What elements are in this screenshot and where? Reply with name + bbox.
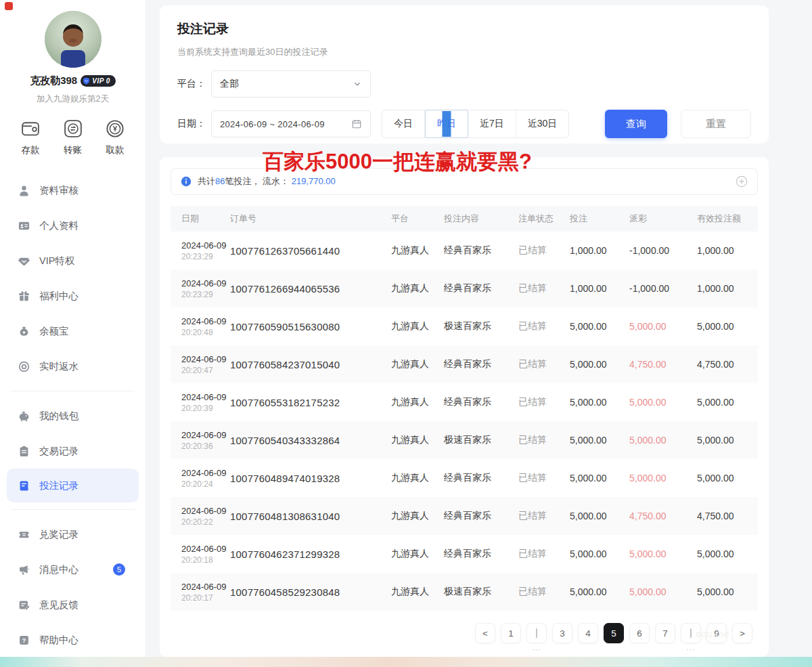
pagination-page-5[interactable]: 5 xyxy=(604,623,624,643)
sidebar-item-rebate[interactable]: 实时返水 xyxy=(0,349,145,384)
table-row[interactable]: 2024-06-0920:23:29 1007761266944065536 九… xyxy=(171,270,758,307)
withdraw-icon xyxy=(105,119,125,139)
info-icon xyxy=(181,176,191,187)
transfer-button[interactable]: 转账 xyxy=(63,119,83,156)
sidebar-item-bets[interactable]: 投注记录 xyxy=(7,469,139,502)
range-30days-button[interactable]: 近30日 xyxy=(516,110,569,137)
summary-bar: 共计86笔投注， 流水： 219,770.00 xyxy=(171,168,758,195)
sidebar-divider xyxy=(11,391,135,391)
sidebar-item-profile[interactable]: 个人资料 xyxy=(0,208,145,243)
pagination-prev-button[interactable]: < xyxy=(475,623,495,643)
sidebar-item-feedback[interactable]: 意见反馈 xyxy=(0,587,145,622)
sidebar-item-redeem[interactable]: 兑奖记录 xyxy=(0,517,145,552)
question-mark-icon: ? xyxy=(18,634,30,647)
bottom-gradient-strip xyxy=(0,657,812,667)
table-row[interactable]: 2024-06-0920:20:48 1007760590515630080 九… xyxy=(171,307,758,345)
feedback-edit-icon xyxy=(18,599,30,611)
id-card-icon xyxy=(18,219,30,232)
bet-doc-icon xyxy=(18,479,30,492)
query-button[interactable]: 查询 xyxy=(605,110,667,138)
range-7days-button[interactable]: 近7日 xyxy=(468,110,516,137)
table-body: 2024-06-0920:23:29 1007761263705661440 九… xyxy=(171,232,758,611)
table-row[interactable]: 2024-06-0920:20:47 1007760584237015040 九… xyxy=(171,345,758,383)
table-row[interactable]: 2024-06-0920:20:36 1007760540343332864 九… xyxy=(171,421,758,459)
range-yesterday-button[interactable]: 昨日 xyxy=(425,110,468,138)
quick-actions: 存款 转账 取款 xyxy=(0,119,145,156)
avatar[interactable] xyxy=(45,11,102,68)
sidebar-divider xyxy=(11,509,135,510)
watermark: equ.me xyxy=(696,628,729,639)
deposit-icon xyxy=(20,119,41,139)
page-subtitle: 当前系统支持查询最近30日的投注记录 xyxy=(177,46,751,58)
page-title: 投注记录 xyxy=(177,20,751,38)
reset-button[interactable]: 重置 xyxy=(681,110,751,138)
pagination-page-4[interactable]: 4 xyxy=(578,623,598,643)
clipboard-icon xyxy=(18,445,30,458)
platform-label: 平台： xyxy=(177,78,211,90)
turnover-amount: 219,770.00 xyxy=(292,176,336,186)
transfer-icon xyxy=(63,119,83,139)
bet-count: 86 xyxy=(215,176,225,186)
table-row[interactable]: 2024-06-0920:20:39 1007760553182175232 九… xyxy=(171,383,758,421)
sidebar-item-help[interactable]: ? 帮助中心 xyxy=(0,622,145,657)
table-row[interactable]: 2024-06-0920:20:24 1007760489474019328 九… xyxy=(171,459,758,497)
sidebar: 克孜勒398 VIP 0 加入九游娱乐第2天 存款 转账 xyxy=(0,0,146,657)
money-bag-icon xyxy=(18,325,30,338)
filter-card: 投注记录 当前系统支持查询最近30日的投注记录 平台： 全部 日期： 2024-… xyxy=(160,5,769,144)
username: 克孜勒398 xyxy=(30,74,77,87)
vip-diamond-icon xyxy=(18,255,30,267)
records-card: 共计86笔投注， 流水： 219,770.00 日期 订单号 平台 投注内容 注… xyxy=(160,157,769,657)
quick-range-group: 今日 昨日 近7日 近30日 xyxy=(382,110,569,138)
sidebar-item-transactions[interactable]: 交易记录 xyxy=(0,433,145,469)
table-row[interactable]: 2024-06-0920:20:22 1007760481308631040 九… xyxy=(171,497,758,535)
pagination-page-6[interactable]: 6 xyxy=(629,623,650,643)
sidebar-item-wallet[interactable]: 我的钱包 xyxy=(0,398,145,433)
megaphone-icon xyxy=(18,563,30,576)
piggy-bank-icon xyxy=(18,410,30,423)
sidebar-item-welfare[interactable]: 福利中心 xyxy=(0,278,145,314)
sidebar-item-yuebao[interactable]: 余额宝 xyxy=(0,314,145,349)
join-days-text: 加入九游娱乐第2天 xyxy=(0,93,145,105)
ticket-icon xyxy=(18,528,30,541)
gift-icon xyxy=(18,290,30,303)
svg-text:?: ? xyxy=(22,637,26,644)
app-layout: 克孜勒398 VIP 0 加入九游娱乐第2天 存款 转账 xyxy=(0,0,812,657)
summary-text: 共计86笔投注， 流水： 219,770.00 xyxy=(198,175,336,188)
vip-shield-icon xyxy=(83,77,90,85)
table-row[interactable]: 2024-06-0920:23:29 1007761263705661440 九… xyxy=(171,232,758,270)
sidebar-item-audit[interactable]: 资料审核 xyxy=(0,173,145,208)
deposit-button[interactable]: 存款 xyxy=(20,119,41,156)
calendar-icon xyxy=(351,119,362,129)
pagination-page-1[interactable]: 1 xyxy=(501,623,521,643)
sidebar-item-messages[interactable]: 消息中心 5 xyxy=(0,552,145,587)
sidebar-nav: 资料审核 个人资料 VIP特权 福利中心 余额宝 实时返水 我的钱包 交易记录 … xyxy=(0,173,145,657)
sidebar-item-vip[interactable]: VIP特权 xyxy=(0,243,145,278)
rebate-rings-icon xyxy=(18,360,30,373)
pagination-ellipsis[interactable] xyxy=(526,623,547,643)
table-row[interactable]: 2024-06-0920:20:17 1007760458529230848 九… xyxy=(171,573,758,611)
pagination-page-3[interactable]: 3 xyxy=(552,623,572,643)
pagination-next-button[interactable]: > xyxy=(732,623,752,643)
platform-select[interactable]: 全部 xyxy=(211,70,371,98)
main-content: 投注记录 当前系统支持查询最近30日的投注记录 平台： 全部 日期： 2024-… xyxy=(146,0,812,657)
chevron-down-icon xyxy=(353,79,362,89)
pagination-page-7[interactable]: 7 xyxy=(655,623,675,643)
user-audit-icon xyxy=(18,184,30,197)
date-label: 日期： xyxy=(177,118,211,130)
logo-mark xyxy=(5,2,13,10)
range-today-button[interactable]: 今日 xyxy=(382,110,425,137)
expand-plus-icon[interactable] xyxy=(736,175,748,188)
pagination: <1345679> xyxy=(171,623,758,643)
vip-badge[interactable]: VIP 0 xyxy=(81,75,116,87)
table-row[interactable]: 2024-06-0920:20:18 1007760462371299328 九… xyxy=(171,535,758,573)
unread-badge: 5 xyxy=(113,563,125,576)
withdraw-button[interactable]: 取款 xyxy=(105,119,125,156)
table-header: 日期 订单号 平台 投注内容 注单状态 投注 派彩 有效投注额 xyxy=(171,206,758,232)
date-range-input[interactable]: 2024-06-09 ~ 2024-06-09 xyxy=(211,110,371,137)
